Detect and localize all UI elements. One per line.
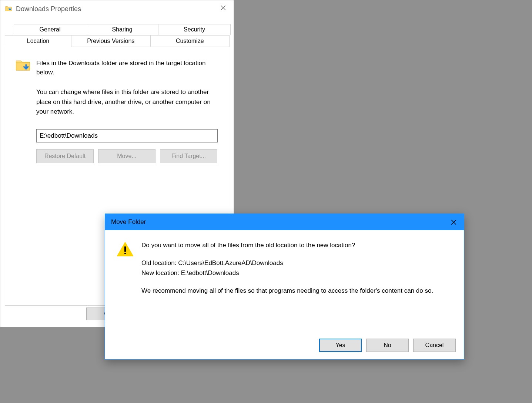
move-button[interactable]: Move...	[98, 149, 155, 163]
dialog-footer: Yes No Cancel	[319, 339, 456, 352]
dialog-title: Move Folder	[111, 218, 146, 226]
move-folder-dialog: Move Folder Do you want to move all of t…	[105, 214, 464, 360]
tab-security[interactable]: Security	[158, 24, 231, 35]
dialog-titlebar[interactable]: Move Folder	[105, 214, 464, 230]
restore-default-button[interactable]: Restore Default	[36, 149, 94, 163]
dialog-text: Do you want to move all of the files fro…	[141, 241, 433, 304]
tab-sharing[interactable]: Sharing	[86, 24, 158, 35]
tab-general[interactable]: General	[14, 24, 86, 35]
location-path-input[interactable]	[36, 129, 218, 142]
properties-titlebar[interactable]: Downloads Properties	[0, 0, 234, 17]
tab-previous-versions[interactable]: Previous Versions	[71, 35, 151, 47]
location-description-text: You can change where files in this folde…	[15, 87, 219, 117]
dialog-question: Do you want to move all of the files fro…	[141, 241, 433, 250]
new-location-line: New location: E:\edbott\Downloads	[141, 268, 433, 278]
old-location-line: Old location: C:\Users\EdBott.AzureAD\Do…	[141, 258, 433, 268]
downloads-folder-large-icon	[15, 57, 31, 74]
find-target-button[interactable]: Find Target...	[160, 149, 217, 163]
yes-button[interactable]: Yes	[319, 339, 362, 352]
properties-close-button[interactable]	[213, 0, 234, 15]
svg-rect-1	[124, 253, 126, 254]
tab-strip: General Sharing Security Location Previo…	[5, 24, 229, 47]
warning-icon	[116, 241, 134, 258]
properties-title: Downloads Properties	[16, 5, 81, 13]
tab-location[interactable]: Location	[5, 35, 71, 47]
svg-rect-0	[124, 246, 126, 252]
downloads-folder-icon	[5, 5, 13, 13]
dialog-cancel-button[interactable]: Cancel	[413, 339, 456, 352]
close-icon	[221, 5, 226, 10]
tab-customize[interactable]: Customize	[150, 35, 230, 47]
no-button[interactable]: No	[366, 339, 409, 352]
dialog-close-button[interactable]	[443, 214, 464, 230]
close-icon	[451, 219, 456, 225]
location-intro-text: Files in the Downloads folder are stored…	[36, 57, 219, 77]
dialog-recommend: We recommend moving all of the files so …	[141, 286, 433, 296]
